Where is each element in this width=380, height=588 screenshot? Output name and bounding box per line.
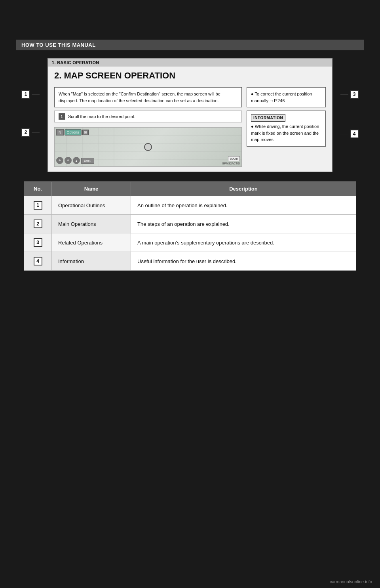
row-1-name: Operational Outlines (52, 196, 131, 215)
diagram-wrapper: 1 2 3 4 (40, 58, 340, 172)
label-3-badge: 3 (350, 90, 359, 99)
map-bottom-bar: ⊕ ⊖ ▲ Dest. 500m GPMS2ACTIS (56, 156, 240, 165)
step-number: 1 (59, 113, 65, 120)
row-4-name: Information (52, 252, 131, 271)
label-3-group: 3 (340, 90, 359, 99)
map-preview-inner: N Options ⊞ (55, 128, 241, 166)
diagram-title: 2. MAP SCREEN OPERATION (48, 67, 332, 84)
callout-3-bullet: ● (251, 92, 255, 96)
map-preview: N Options ⊞ (54, 127, 242, 167)
right-labels: 3 4 (340, 90, 359, 138)
row-4-desc: Useful information for the user is descr… (131, 252, 356, 271)
row-3-name: Related Operations (52, 233, 131, 252)
map-dest-button[interactable]: Dest. (81, 158, 94, 164)
callout-3: ● To correct the current position manual… (247, 87, 326, 107)
row-1-no: 1 (24, 196, 52, 215)
header-no: No. (24, 182, 52, 196)
callout-4-bullet: ● (251, 124, 255, 129)
callout-1: When "Map" is selected on the "Confirm D… (54, 87, 242, 107)
diagram-inner-header: 1. BASIC OPERATION (48, 59, 332, 67)
header-name: Name (52, 182, 131, 196)
row-1-desc: An outline of the operation is explained… (131, 196, 356, 215)
table-row: 1 Operational Outlines An outline of the… (24, 196, 356, 215)
info-table: No. Name Description 1 (24, 181, 356, 271)
map-corner-label: GPMS2ACTIS (222, 162, 240, 165)
callout-3-text: To correct the current position manually… (251, 92, 312, 103)
row-2-desc: The steps of an operation are explained. (131, 215, 356, 233)
label-3-line (340, 94, 348, 95)
row-2-name: Main Operations (52, 215, 131, 233)
step-box: 1 Scroll the map to the desired point. (54, 111, 242, 122)
row-4-no: 4 (24, 252, 52, 271)
row-1-badge: 1 (34, 201, 42, 210)
callout-4-text: While driving, the current position mark… (251, 124, 319, 142)
table-row: 2 Main Operations The steps of an operat… (24, 215, 356, 233)
label-1-badge: 1 (21, 90, 30, 99)
callout-1-text: When "Map" is selected on the "Confirm D… (59, 92, 220, 103)
label-1-line (32, 94, 40, 95)
row-4-badge: 4 (34, 257, 42, 265)
label-4-line (340, 134, 348, 134)
table-head: No. Name Description (24, 182, 356, 196)
label-2-group: 2 (21, 128, 40, 137)
info-label: INFORMATION (251, 114, 285, 122)
table-header-row: No. Name Description (24, 182, 356, 196)
label-4-group: 4 (340, 130, 359, 138)
row-2-badge: 2 (34, 220, 42, 228)
callout-4-content: ● While driving, the current position ma… (251, 123, 321, 143)
table-body: 1 Operational Outlines An outline of the… (24, 196, 356, 271)
section-title-text: HOW TO USE THIS MANUAL (21, 42, 96, 48)
diagram-inner-header-text: 1. BASIC OPERATION (52, 60, 99, 65)
callout-4: INFORMATION ● While driving, the current… (247, 111, 326, 147)
header-description: Description (131, 182, 356, 196)
map-icon-group: ⊕ ⊖ ▲ Dest. (56, 157, 94, 164)
row-3-desc: A main operation's supplementary operati… (131, 233, 356, 252)
row-2-no: 2 (24, 215, 52, 233)
table-container: No. Name Description 1 (24, 181, 356, 271)
label-2-badge: 2 (21, 128, 30, 137)
map-icon-btn-3[interactable]: ▲ (73, 157, 80, 164)
diagram-title-text: 2. MAP SCREEN OPERATION (54, 71, 175, 80)
section-title-bar: HOW TO USE THIS MANUAL (16, 40, 364, 50)
map-scale-group: 500m GPMS2ACTIS (222, 156, 240, 165)
map-icon-btn-2[interactable]: ⊖ (65, 157, 72, 164)
diagram-left: When "Map" is selected on the "Confirm D… (54, 87, 242, 167)
row-3-badge: 3 (34, 238, 42, 247)
label-1-group: 1 (21, 90, 40, 99)
label-4-badge: 4 (350, 130, 359, 138)
row-3-no: 3 (24, 233, 52, 252)
left-labels: 1 2 (21, 90, 40, 137)
map-scale-label: 500m (228, 156, 240, 161)
diagram-right: ● To correct the current position manual… (247, 87, 326, 167)
step-text: Scroll the map to the desired point. (68, 114, 135, 119)
table-row: 3 Related Operations A main operation's … (24, 233, 356, 252)
label-2-line (32, 132, 40, 133)
header-area (0, 0, 380, 32)
content-area: HOW TO USE THIS MANUAL 1 2 3 (0, 32, 380, 286)
map-icon-btn-1[interactable]: ⊕ (56, 157, 63, 164)
table-row: 4 Information Useful information for the… (24, 252, 356, 271)
page: HOW TO USE THIS MANUAL 1 2 3 (0, 0, 380, 588)
diagram-content: When "Map" is selected on the "Confirm D… (48, 84, 332, 172)
diagram-box: 1. BASIC OPERATION 2. MAP SCREEN OPERATI… (48, 58, 332, 172)
watermark: carmanualsonline.info (330, 579, 372, 584)
